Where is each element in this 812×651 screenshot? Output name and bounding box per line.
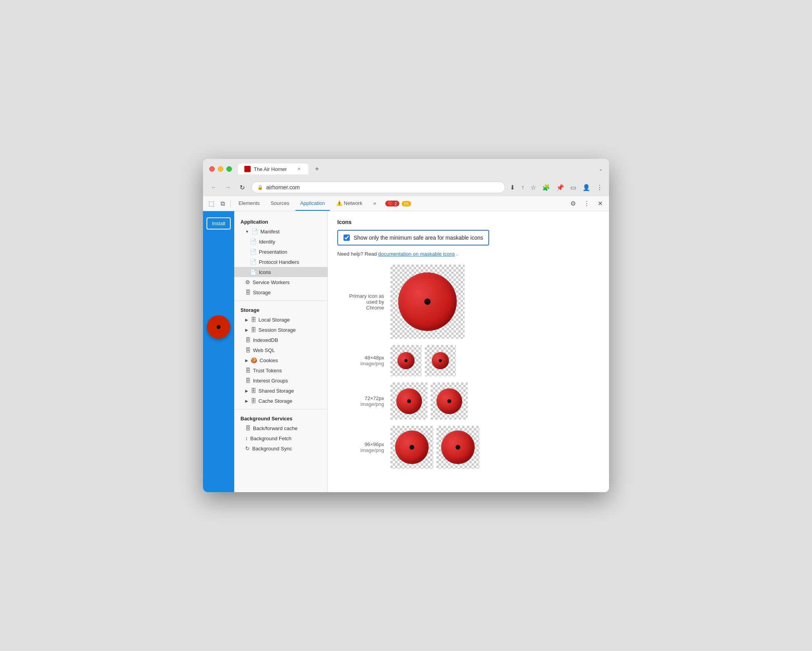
pin-icon[interactable]: 📌 (556, 184, 564, 191)
manifest-label: Manifest (260, 229, 280, 235)
cursor-tool-btn[interactable]: ⬚ (206, 197, 217, 210)
help-text-end: . (456, 251, 458, 257)
tab-application[interactable]: Application (296, 196, 330, 211)
sidebar-item-cookies[interactable]: ▶ 🍪 Cookies (234, 355, 328, 365)
maskable-icons-doc-link[interactable]: documentation on maskable icons (378, 251, 455, 257)
storage-label: Storage (253, 290, 271, 295)
sidebar-item-storage[interactable]: 🗄 Storage (234, 287, 328, 297)
interest-groups-icon: 🗄 (245, 377, 251, 384)
settings-btn[interactable]: ⚙ (567, 197, 579, 210)
indexeddb-label: IndexedDB (253, 337, 278, 343)
sidebar-item-interest-groups[interactable]: 🗄 Interest Groups (234, 375, 328, 386)
airhorn-icon-48-2 (432, 352, 449, 369)
toolbar-divider (230, 200, 231, 208)
storage-icon: 🗄 (245, 289, 251, 295)
sidebar-item-protocol-handlers[interactable]: 📄 Protocol Handlers (234, 257, 328, 267)
sidebar-item-identity[interactable]: 📄 Identity (234, 237, 328, 247)
icon-96-box-1 (390, 426, 433, 469)
maskable-icons-label[interactable]: Show only the minimum safe area for mask… (354, 235, 483, 241)
background-services-title: Background Services (234, 413, 328, 423)
sidebar-item-service-workers[interactable]: ⚙ Service Workers (234, 277, 328, 287)
sidebar-item-manifest[interactable]: ▼ 📄 Manifest (234, 226, 328, 237)
background-sync-icon: ↻ (245, 445, 250, 452)
sidebar-divider-1 (234, 301, 328, 301)
main-content: Icons Show only the minimum safe area fo… (328, 211, 609, 492)
maskable-icons-checkbox[interactable] (344, 235, 350, 241)
back-btn[interactable]: ← (209, 184, 219, 191)
service-workers-icon: ⚙ (245, 279, 250, 285)
sidebar-item-web-sql[interactable]: 🗄 Web SQL (234, 345, 328, 355)
minimize-traffic-light[interactable] (218, 166, 223, 172)
cookies-icon: 🍪 (251, 357, 257, 363)
more-options-btn[interactable]: ⋮ (581, 197, 593, 210)
sidebar-item-background-fetch[interactable]: ↕ Background Fetch (234, 433, 328, 443)
primary-airhorn-icon (398, 272, 457, 331)
refresh-btn[interactable]: ↻ (237, 184, 247, 191)
presentation-icon: 📄 (250, 249, 256, 255)
tab-network-label: Network (344, 200, 363, 206)
tab-more[interactable]: » (369, 196, 381, 211)
icon-grid: Primary icon as used by Chrome 48×48px i… (337, 265, 600, 469)
back-forward-cache-label: Back/forward cache (253, 425, 297, 431)
session-storage-label: Session Storage (258, 327, 296, 333)
icon-72-label-group: 72×72px image/png (337, 395, 384, 407)
download-icon[interactable]: ⬇ (510, 184, 515, 191)
help-text: Need help? Read documentation on maskabl… (337, 251, 600, 257)
sidebar-item-local-storage[interactable]: ▶ 🗄 Local Storage (234, 315, 328, 325)
bookmark-icon[interactable]: ☆ (531, 184, 536, 191)
tab-title: The Air Horner (254, 166, 287, 172)
cache-storage-triangle: ▶ (245, 399, 248, 403)
tab-sources[interactable]: Sources (266, 196, 294, 211)
menu-icon[interactable]: ⋮ (597, 184, 603, 191)
close-traffic-light[interactable] (209, 166, 215, 172)
cache-storage-label: Cache Storage (258, 398, 292, 404)
tab-close-btn[interactable]: × (296, 166, 302, 172)
browser-tab[interactable]: The Air Horner × (238, 164, 308, 174)
application-section-title: Application (234, 216, 328, 226)
sidebar-item-background-sync[interactable]: ↻ Background Sync (234, 443, 328, 454)
sidebar-item-session-storage[interactable]: ▶ 🗄 Session Storage (234, 325, 328, 335)
airhorn-icon-72-1 (396, 388, 422, 414)
devtools-close-btn[interactable]: ✕ (595, 197, 606, 210)
sidebar-item-presentation[interactable]: 📄 Presentation (234, 247, 328, 257)
maskable-icons-checkbox-row: Show only the minimum safe area for mask… (337, 230, 489, 245)
maximize-traffic-light[interactable] (226, 166, 232, 172)
session-storage-icon: 🗄 (251, 327, 256, 333)
sidebar-item-cache-storage[interactable]: ▶ 🗄 Cache Storage (234, 396, 328, 406)
icon-48-type: image/png (337, 361, 384, 366)
icon-72-box-2 (431, 382, 468, 420)
cookies-label: Cookies (260, 358, 278, 363)
warning-badge: 85 (402, 201, 411, 206)
background-fetch-icon: ↕ (245, 435, 248, 441)
url-bar[interactable]: 🔒 airhorner.com (251, 181, 505, 193)
device-tool-btn[interactable]: ⧉ (218, 197, 227, 210)
cast-icon[interactable]: ▭ (570, 184, 576, 191)
sidebar-item-icons[interactable]: 📄 Icons (234, 267, 328, 277)
sidebar-item-shared-storage[interactable]: ▶ 🗄 Shared Storage (234, 386, 328, 396)
primary-icon-row: Primary icon as used by Chrome (337, 265, 600, 339)
install-button[interactable]: Install (207, 217, 231, 229)
service-workers-label: Service Workers (253, 279, 290, 285)
profile-icon[interactable]: 👤 (582, 184, 590, 191)
protocol-handlers-icon: 📄 (250, 259, 256, 265)
tab-elements[interactable]: Elements (234, 196, 264, 211)
tab-favicon (244, 166, 251, 172)
tab-chevron[interactable]: ⌄ (599, 166, 603, 172)
sidebar-item-back-forward-cache[interactable]: 🗄 Back/forward cache (234, 423, 328, 433)
airhorn-icon-48-1 (397, 352, 415, 369)
trust-tokens-label: Trust Tokens (253, 368, 282, 374)
share-icon[interactable]: ↑ (521, 184, 524, 191)
extensions-icon[interactable]: 🧩 (542, 184, 550, 191)
session-storage-triangle: ▶ (245, 328, 248, 332)
chrome-label: Chrome (337, 305, 384, 311)
protocol-handlers-label: Protocol Handlers (259, 259, 299, 265)
tab-network[interactable]: ⚠️ Network (331, 196, 367, 211)
new-tab-btn[interactable]: + (312, 164, 322, 174)
help-text-prefix: Need help? Read (337, 251, 378, 257)
sidebar-item-indexeddb[interactable]: 🗄 IndexedDB (234, 335, 328, 345)
sidebar-item-trust-tokens[interactable]: 🗄 Trust Tokens (234, 365, 328, 375)
icons-section-header: Icons (337, 219, 600, 225)
shared-storage-label: Shared Storage (258, 388, 294, 394)
forward-btn[interactable]: → (223, 184, 233, 191)
traffic-lights (209, 166, 232, 172)
